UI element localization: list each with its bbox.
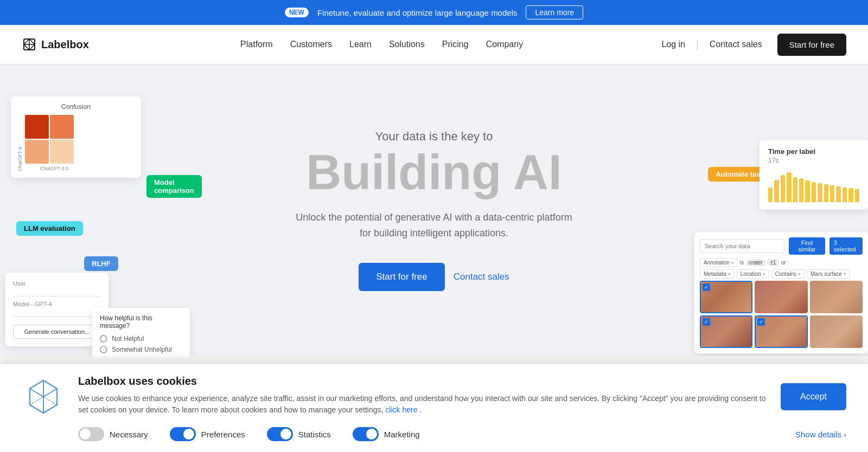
banner-text: Finetune, evaluate and optimize large la… [317,8,518,17]
rlhf-badge: RLHF [84,256,118,271]
crater-tag: crater [746,259,765,266]
annotation-filter: Annotation ▾ [700,258,738,267]
nav-platform[interactable]: Platform [240,40,273,49]
navbar: Labelbox Platform Customers Learn Soluti… [0,25,868,64]
start-for-free-button[interactable]: Start for free [777,34,846,56]
logo[interactable]: Labelbox [22,37,89,52]
nav-company[interactable]: Company [486,40,523,49]
nav-customers[interactable]: Customers [290,40,332,49]
image-cell-1[interactable]: ✓ [700,281,752,313]
metadata-filter: Metadata ▾ [700,269,735,279]
nav-pricing[interactable]: Pricing [442,40,469,49]
contact-sales-link[interactable]: Contact sales [701,35,771,54]
new-badge: NEW [285,8,309,17]
logo-text: Labelbox [41,38,89,51]
top-banner: NEW Finetune, evaluate and optimize larg… [0,0,868,25]
chat-user-field: User [13,280,101,296]
find-similar-button[interactable]: Find similar [789,237,825,255]
chat-model-label: Model - GPT-4 [13,301,101,307]
bar-3 [787,172,791,202]
matrix-cell-1 [25,115,49,139]
search-bar: Find similar 3 selected [700,237,863,255]
contains-filter: Contains ▾ [771,269,805,279]
matrix-y-label: ChatGPT-4 [17,115,23,171]
image-cell-2[interactable] [755,281,807,313]
bar-13 [848,188,853,202]
hero-start-for-free-button[interactable]: Start for free [359,263,444,291]
radio-somewhat-unhelpful[interactable] [100,346,107,353]
bar-1 [774,180,778,202]
llm-evaluation-badge: LLM evaluation [16,221,83,236]
chat-user-value [13,288,101,296]
filter-row-1: Annotation ▾ is crater ±1 or [700,258,863,267]
image-check-4: ✓ [703,318,710,326]
helpful-card: How helpful is this message? Not Helpful… [92,308,190,357]
bar-6 [805,180,809,202]
confusion-title: Confusion [17,103,135,111]
login-link[interactable]: Log in [653,35,694,54]
generate-conversation-button[interactable]: Generate conversation... [13,325,101,339]
helpful-option-2: Somewhat Unhelpful [100,346,182,353]
matrix-cell-4 [50,140,74,164]
matrix-x-labels: ChatGPT-3.5 [35,166,74,171]
helpful-option-2-label: Somewhat Unhelpful [112,346,172,353]
mars-image-3 [810,281,863,313]
matrix-cell-2 [50,115,74,139]
nav-actions: Log in | Contact sales Start for free [653,34,846,56]
time-per-label-value: 17s [768,157,859,164]
chat-model-field: Model - GPT-4 [13,301,101,317]
bar-5 [799,178,803,202]
radio-not-helpful[interactable] [100,335,107,343]
mars-image-2 [755,281,807,313]
nav-divider: | [696,39,699,50]
or-text: or [781,260,786,266]
image-cell-3[interactable] [810,281,863,313]
logo-icon [22,37,37,52]
bar-7 [812,182,816,202]
hero-right-cards: Automate tasks Time per label 17s Find s… [673,64,868,357]
hero-title: Building AI [293,148,575,197]
image-check-1: ✓ [703,283,710,291]
chat-user-label: User [13,280,101,287]
location-filter: Location ▾ [737,269,769,279]
bar-chart [768,170,859,202]
search-filter-card: Find similar 3 selected Annotation ▾ is … [694,232,868,353]
bar-0 [768,188,773,203]
model-comparison-badge: Model comparison [146,175,202,198]
time-per-label-card: Time per label 17s [760,140,868,210]
helpful-option-1: Not Helpful [100,335,182,343]
bar-9 [824,184,828,202]
bar-10 [830,185,834,202]
confusion-matrix-card: Confusion ChatGPT-4 ChatGPT-3.5 [11,96,141,178]
image-check-5: ✓ [757,318,765,326]
image-cell-5[interactable]: ✓ [755,315,807,348]
hero-subtitle: Your data is the key to [293,130,575,144]
plus1-tag: ±1 [768,259,779,266]
matrix-cell-3 [25,140,49,164]
hero-buttons: Start for free Contact sales [293,263,575,291]
hero-center: Your data is the key to Building AI Unlo… [293,130,575,291]
mars-surface-filter: Mars surface ▾ [807,269,850,279]
bar-4 [793,177,797,202]
hero-left-cards: Confusion ChatGPT-4 ChatGPT-3.5 LLM e [0,64,184,357]
bar-2 [781,175,785,202]
bar-14 [855,189,859,202]
image-cell-6[interactable] [810,315,863,348]
banner-learn-more-button[interactable]: Learn more [526,5,583,20]
chat-model-value [13,308,101,317]
bar-8 [818,183,822,202]
nav-learn[interactable]: Learn [349,40,372,49]
is-text: is [740,260,744,266]
nav-solutions[interactable]: Solutions [389,40,425,49]
bar-12 [843,188,847,203]
matrix-grid [25,115,74,164]
x-label: ChatGPT-3.5 [40,166,69,171]
image-cell-4[interactable]: ✓ [700,315,752,348]
search-input[interactable] [700,239,784,253]
hero-contact-sales-link[interactable]: Contact sales [454,272,509,282]
time-per-label-title: Time per label [768,147,859,156]
hero-description: Unlock the potential of generative AI wi… [293,210,575,241]
bar-11 [836,186,840,202]
selected-count-badge: 3 selected [829,237,863,255]
mars-image-6 [810,315,863,348]
